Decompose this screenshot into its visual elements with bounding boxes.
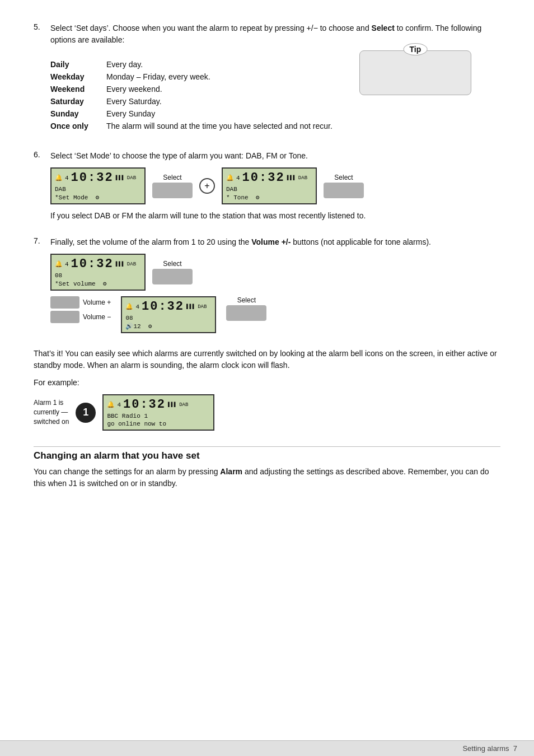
volume-buttons: Volume + Volume −: [50, 296, 111, 323]
lcd1-line1: DAB: [55, 186, 141, 193]
lcd-sv-bell: 🔔: [55, 260, 63, 268]
option-label: Weekend: [50, 83, 106, 95]
option-row: SaturdayEvery Saturday.: [50, 95, 343, 108]
lcd-volume: 🔔 4 10:32 ▌▌▌ DAB 08 🔊12 ⚙: [121, 296, 216, 333]
lcd-set-volume: 🔔 4 10:32 ▌▌▌ DAB 08 *Set volume ⚙: [50, 254, 146, 291]
select-label-2: Select: [334, 174, 353, 181]
lcd1-dab: DAB: [127, 175, 136, 181]
lcd-sv-signal: ▌▌▌: [116, 262, 125, 267]
option-label: Weekday: [50, 71, 106, 83]
lcd-ex-line2: go online now to: [107, 421, 210, 427]
lcd-sv-line1: 08: [55, 272, 141, 279]
step-7-content: Finally, set the volume of the alarm fro…: [50, 236, 500, 338]
lcd-display-2: 🔔 4 10:32 ▌▌▌ DAB DAB * Tone ⚙: [222, 167, 317, 204]
lcd-v-line2: 🔊12 ⚙: [125, 323, 212, 330]
section-divider: [34, 446, 500, 447]
volume-minus-button[interactable]: [50, 311, 79, 323]
select-label-1: Select: [163, 174, 181, 181]
section-title: Changing an alarm that you have set: [34, 450, 500, 461]
tip-label: Tip: [404, 43, 428, 55]
option-desc: Monday – Friday, every week.: [106, 71, 343, 83]
lcd1-time: 10:32: [71, 171, 114, 185]
select-button-top[interactable]: [152, 269, 193, 284]
option-row: Once onlyThe alarm will sound at the tim…: [50, 120, 343, 132]
lcd2-line2: * Tone ⚙: [226, 194, 312, 201]
lcd-ex-line1: BBC Radio 1: [107, 413, 210, 419]
lcd-sv-time: 10:32: [71, 257, 114, 271]
select-label-top: Select: [163, 260, 181, 268]
select-button-1[interactable]: [152, 183, 193, 198]
option-label: Saturday: [50, 95, 106, 108]
lcd2-dab: DAB: [298, 175, 307, 181]
option-label: Daily: [50, 58, 106, 71]
alarm-circle: 1: [76, 403, 96, 423]
lcd2-signal: ▌▌▌: [287, 175, 296, 181]
select-button-2[interactable]: [324, 183, 364, 198]
lcd-v-bell: 🔔: [125, 303, 133, 310]
lcd2-time: 10:32: [242, 171, 285, 185]
lcd-v-dab: DAB: [198, 304, 207, 310]
options-with-tip: DailyEvery day.WeekdayMonday – Friday, e…: [50, 50, 500, 140]
lcd1-bell: 🔔: [55, 174, 63, 181]
lcd-ex-time: 10:32: [123, 398, 166, 412]
step-5-number: 5.: [34, 22, 45, 140]
lcd1-signal: ▌▌▌: [116, 175, 125, 181]
alarm-example: Alarm 1 is currently — switched on 1 🔔 4…: [34, 394, 500, 431]
section-paragraph: You can change the settings for an alarm…: [34, 466, 500, 489]
lcd-ex-dab: DAB: [179, 402, 188, 408]
step-7: 7. Finally, set the volume of the alarm …: [34, 236, 500, 338]
select-button-bottom[interactable]: [226, 305, 266, 321]
lcd-ex-signal: ▌▌▌: [168, 402, 177, 408]
lcd-ex-bell: 🔔: [107, 401, 115, 408]
option-row: DailyEvery day.: [50, 58, 343, 71]
option-desc: Every day.: [106, 58, 343, 71]
lcd-display-1: 🔔 4 10:32 ▌▌▌ DAB DAB *Set Mode ⚙: [50, 167, 146, 204]
lcd-v-num: 4: [135, 304, 139, 310]
volume-minus-label: Volume −: [83, 313, 111, 321]
lcd2-num: 4: [236, 175, 240, 181]
option-label: Sunday: [50, 108, 106, 120]
lcd-alarm-example: 🔔 4 10:32 ▌▌▌ DAB BBC Radio 1 go online …: [102, 394, 214, 431]
option-row: WeekendEvery weekend.: [50, 83, 343, 95]
option-desc: Every Sunday: [106, 108, 343, 120]
select-group-top: Select: [152, 260, 193, 284]
lcd-v-signal: ▌▌▌: [186, 304, 195, 310]
step-6-content: Select ‘Set Mode’ to choose the type of …: [50, 150, 500, 226]
option-label: Once only: [50, 120, 106, 132]
step-6-diagram: 🔔 4 10:32 ▌▌▌ DAB DAB *Set Mode ⚙ Select…: [50, 167, 500, 204]
volume-minus-row: Volume −: [50, 311, 111, 323]
paragraph-1: That’s it! You can easily see which alar…: [34, 348, 500, 371]
tip-box: Tip: [359, 50, 471, 95]
select-group-bottom: Select: [226, 296, 266, 321]
option-desc: Every weekend.: [106, 83, 343, 95]
paragraph-2: For example:: [34, 377, 500, 389]
step-5-content: Select ‘Set days’. Choose when you want …: [50, 22, 500, 140]
lcd-ex-num: 4: [117, 402, 121, 408]
option-row: WeekdayMonday – Friday, every week.: [50, 71, 343, 83]
select-group-2: Select: [324, 174, 364, 198]
step-6-number: 6.: [34, 150, 45, 226]
step-5: 5. Select ‘Set days’. Choose when you wa…: [34, 22, 500, 140]
option-desc: The alarm will sound at the time you hav…: [106, 120, 343, 132]
step-6-text: Select ‘Set Mode’ to choose the type of …: [50, 150, 500, 162]
select-label-bottom: Select: [237, 296, 256, 304]
volume-plus-label: Volume +: [83, 298, 111, 306]
select-group-1: Select: [152, 174, 193, 198]
footer-text: Setting alarms: [462, 744, 509, 753]
step-6-note: If you select DAB or FM the alarm will t…: [50, 210, 500, 222]
option-row: SundayEvery Sunday: [50, 108, 343, 120]
lcd-v-line1: 08: [125, 315, 212, 321]
volume-plus-button[interactable]: [50, 296, 79, 309]
alarm-label: Alarm 1 is currently — switched on: [34, 398, 69, 426]
option-desc: Every Saturday.: [106, 95, 343, 108]
lcd-sv-line2: *Set volume ⚙: [55, 280, 141, 287]
lcd1-line2: *Set Mode ⚙: [55, 194, 141, 201]
volume-diagram: Volume + Volume − 🔔 4 10:32 ▌▌▌ DAB 08 🔊…: [50, 296, 500, 333]
volume-plus-row: Volume +: [50, 296, 111, 309]
step-5-text: Select ‘Set days’. Choose when you want …: [50, 22, 500, 46]
plus-button[interactable]: +: [199, 178, 215, 194]
footer: Setting alarms 7: [0, 740, 534, 756]
lcd1-num: 4: [65, 175, 69, 181]
step-6: 6. Select ‘Set Mode’ to choose the type …: [34, 150, 500, 226]
lcd-sv-num: 4: [65, 261, 69, 268]
